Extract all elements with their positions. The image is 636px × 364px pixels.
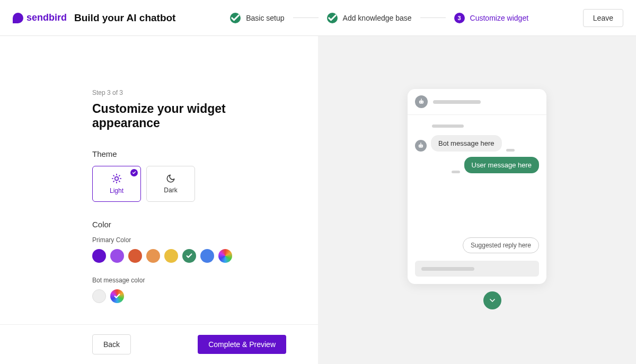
bot-message-swatches: [92, 289, 286, 303]
bot-title-placeholder: [433, 100, 481, 104]
svg-point-16: [421, 146, 422, 147]
config-panel: Step 3 of 3 Customize your widget appear…: [0, 36, 318, 364]
user-message-row: User message here: [415, 157, 539, 173]
bot-avatar-icon: [415, 95, 428, 108]
main-layout: Step 3 of 3 Customize your widget appear…: [0, 36, 636, 364]
svg-line-4: [119, 181, 120, 182]
widget-toggle-fab[interactable]: [483, 291, 501, 309]
step-customize-widget[interactable]: 3 Customize widget: [454, 13, 529, 23]
progress-stepper: Basic setup Add knowledge base 3 Customi…: [230, 13, 528, 23]
config-content: Step 3 of 3 Customize your widget appear…: [0, 36, 318, 324]
theme-card-label: Light: [110, 187, 123, 194]
chat-widget-preview: Bot message here User message here Sugge…: [408, 89, 546, 284]
svg-point-18: [420, 143, 421, 144]
chat-body: Bot message here User message here Sugge…: [408, 115, 546, 261]
color-swatch-light-gray[interactable]: [92, 289, 106, 303]
step-label: Add knowledge base: [343, 14, 412, 22]
check-icon: [230, 13, 241, 23]
bot-message-row: Bot message here: [415, 135, 539, 152]
theme-option-light[interactable]: Light: [92, 166, 141, 202]
svg-line-8: [119, 175, 120, 176]
back-button[interactable]: Back: [92, 334, 131, 354]
color-swatch-blue[interactable]: [200, 249, 214, 263]
chevron-down-icon: [488, 296, 497, 305]
check-icon: [186, 252, 193, 260]
page-title: Build your AI chatbot: [74, 12, 175, 24]
timestamp-placeholder: [452, 171, 460, 173]
theme-options: Light Dark: [92, 166, 286, 202]
bot-avatar-icon: [415, 140, 427, 152]
selected-badge-icon: [130, 169, 138, 176]
svg-point-0: [115, 177, 119, 181]
svg-point-10: [420, 102, 421, 103]
check-icon: [113, 292, 121, 300]
step-connector: [420, 17, 446, 18]
step-indicator: Step 3 of 3: [92, 89, 286, 96]
color-swatch-custom[interactable]: [218, 249, 232, 263]
svg-rect-14: [419, 145, 423, 148]
primary-color-swatches: [92, 249, 286, 263]
step-number: 3: [454, 13, 465, 23]
svg-line-7: [113, 181, 114, 182]
leave-button[interactable]: Leave: [583, 9, 623, 27]
moon-icon: [166, 174, 175, 183]
section-heading: Customize your widget appearance: [92, 102, 286, 130]
color-swatch-violet[interactable]: [110, 249, 124, 263]
app-header: sendbird Build your AI chatbot Basic set…: [0, 0, 636, 36]
svg-point-13: [421, 99, 422, 100]
svg-point-15: [419, 146, 420, 147]
color-swatch-green[interactable]: [182, 249, 196, 263]
theme-card-label: Dark: [164, 187, 177, 194]
svg-point-11: [422, 102, 423, 103]
svg-line-3: [113, 175, 114, 176]
primary-color-label: Primary Color: [92, 236, 286, 244]
color-swatch-red[interactable]: [128, 249, 142, 263]
input-placeholder-bar: [421, 267, 474, 271]
preview-panel: Bot message here User message here Sugge…: [318, 36, 636, 364]
footer-actions: Back Complete & Preview: [0, 324, 318, 364]
step-basic-setup[interactable]: Basic setup: [230, 13, 284, 23]
timestamp-placeholder: [506, 149, 515, 152]
step-add-knowledge[interactable]: Add knowledge base: [327, 13, 412, 23]
step-label: Customize widget: [470, 14, 529, 22]
sun-icon: [111, 173, 122, 184]
color-label: Color: [92, 220, 286, 229]
step-label: Basic setup: [246, 14, 284, 22]
step-connector: [293, 17, 319, 18]
theme-label: Theme: [92, 149, 286, 158]
brand-logo: sendbird: [13, 12, 67, 23]
user-message-bubble: User message here: [464, 157, 539, 173]
complete-preview-button[interactable]: Complete & Preview: [198, 335, 286, 354]
color-swatch-purple[interactable]: [92, 249, 106, 263]
check-icon: [327, 13, 338, 23]
bot-message-bubble: Bot message here: [431, 135, 502, 152]
chat-input-placeholder[interactable]: [415, 261, 539, 277]
theme-option-dark[interactable]: Dark: [146, 166, 195, 202]
color-swatch-yellow[interactable]: [164, 249, 178, 263]
bot-message-color-label: Bot message color: [92, 277, 286, 284]
svg-rect-9: [419, 101, 423, 104]
chat-header: [408, 89, 546, 115]
brand-name: sendbird: [26, 12, 67, 23]
color-swatch-custom[interactable]: [110, 289, 124, 303]
color-swatch-orange[interactable]: [146, 249, 160, 263]
bot-name-placeholder: [432, 125, 464, 128]
sendbird-logo-icon: [13, 13, 23, 23]
suggested-reply-chip[interactable]: Suggested reply here: [463, 237, 539, 253]
